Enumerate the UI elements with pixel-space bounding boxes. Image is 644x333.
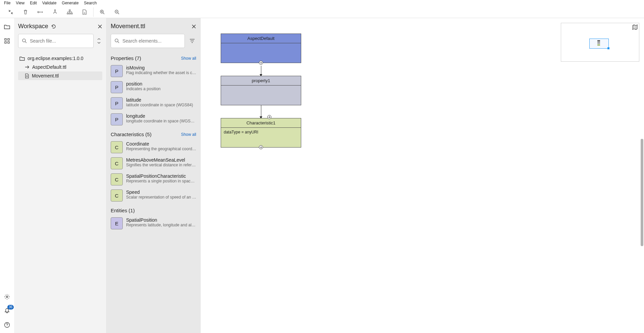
node-body xyxy=(221,43,301,63)
element-desc: Represents latitude, longitude and altit… xyxy=(126,223,196,227)
menu-edit[interactable]: Edit xyxy=(27,0,40,6)
minimap[interactable] xyxy=(561,23,639,62)
menu-file[interactable]: File xyxy=(1,0,13,6)
svg-point-1 xyxy=(42,11,43,12)
workspace-collapse-icon[interactable] xyxy=(96,34,102,48)
svg-point-16 xyxy=(115,39,118,42)
search-icon xyxy=(114,38,120,44)
workspace-search[interactable] xyxy=(18,34,94,48)
node-port-icon[interactable] xyxy=(259,145,263,149)
section-entities-header: Entities (1) xyxy=(111,208,135,213)
rail-apps-icon[interactable] xyxy=(3,37,11,45)
node-body: dataType = anyURI xyxy=(221,128,301,147)
menu-bar: File View Edit Validate Generate Search xyxy=(0,0,644,6)
menu-generate[interactable]: Generate xyxy=(59,0,81,6)
canvas-scrollbar[interactable] xyxy=(640,18,644,333)
toolbar-document-icon[interactable] xyxy=(77,6,92,18)
element-desc: Represents a single position in space wi… xyxy=(126,179,196,183)
element-desc: longitude coordinate in space (WGS84) xyxy=(126,119,196,123)
property-badge-icon: P xyxy=(111,65,123,77)
properties-show-all[interactable]: Show all xyxy=(181,56,196,61)
svg-rect-5 xyxy=(69,13,70,14)
element-name: Speed xyxy=(126,189,196,195)
node-characteristic[interactable]: Characteristic1 dataType = anyURI xyxy=(221,118,301,148)
menu-validate[interactable]: Validate xyxy=(40,0,59,6)
main-area: 36 Workspace xyxy=(0,18,644,333)
workspace-tree: org.eclipse.examples:1.0.0 AspectDefault… xyxy=(18,54,102,80)
element-name: SpatialPosition xyxy=(126,217,196,223)
svg-rect-2 xyxy=(55,9,56,10)
element-item[interactable]: P positionIndicates a position xyxy=(111,79,196,95)
workspace-search-input[interactable] xyxy=(30,38,90,44)
toolbar-zoom-out-icon[interactable] xyxy=(110,6,124,18)
toolbar-zoom-in-icon[interactable] xyxy=(95,6,110,18)
svg-rect-6 xyxy=(71,13,72,14)
elements-title: Movement.ttl xyxy=(111,23,145,30)
element-name: latitude xyxy=(126,97,193,103)
folder-icon xyxy=(19,56,25,61)
map-icon[interactable] xyxy=(632,24,638,30)
element-name: position xyxy=(126,81,161,87)
node-title: AspectDefault xyxy=(221,34,301,43)
node-port-icon[interactable] xyxy=(267,115,271,119)
menu-view[interactable]: View xyxy=(13,0,27,6)
workspace-title: Workspace xyxy=(18,23,56,30)
characteristic-badge-icon: C xyxy=(111,189,123,202)
node-port-icon[interactable] xyxy=(259,61,263,65)
rail-settings-icon[interactable] xyxy=(3,293,11,301)
element-item[interactable]: P longitudelongitude coordinate in space… xyxy=(111,111,196,127)
left-rail: 36 xyxy=(0,18,14,333)
element-item[interactable]: C SpeedScalar representation of speed of… xyxy=(111,187,196,204)
element-desc: Representing the geographical coordinate xyxy=(126,147,196,151)
toolbar-collapse-icon[interactable] xyxy=(3,6,18,18)
toolbar-branch-icon[interactable] xyxy=(48,6,62,18)
elements-search[interactable] xyxy=(111,34,185,48)
element-desc: Indicates a position xyxy=(126,87,161,91)
property-badge-icon: P xyxy=(111,97,123,109)
workspace-refresh-icon[interactable] xyxy=(51,24,56,29)
toolbar xyxy=(0,6,644,18)
arrow-right-icon xyxy=(25,65,30,69)
node-title: Characteristic1 xyxy=(221,118,301,128)
node-aspect[interactable]: AspectDefault xyxy=(221,34,301,63)
workspace-close-icon[interactable] xyxy=(98,24,102,29)
characteristics-show-all[interactable]: Show all xyxy=(181,132,196,137)
characteristic-badge-icon: C xyxy=(111,141,123,153)
tree-file-aspectdefault[interactable]: AspectDefault.ttl xyxy=(18,63,102,71)
element-name: SpatialPositionCharacteristic xyxy=(126,173,196,179)
tree-project[interactable]: org.eclipse.examples:1.0.0 xyxy=(18,54,102,63)
elements-filter-icon[interactable] xyxy=(188,37,196,45)
element-item[interactable]: C CoordinateRepresenting the geographica… xyxy=(111,139,196,155)
svg-rect-4 xyxy=(67,13,68,14)
toolbar-hierarchy-icon[interactable] xyxy=(62,6,77,18)
menu-search[interactable]: Search xyxy=(81,0,99,6)
elements-panel: Movement.ttl Properties (7) Show all P i… xyxy=(107,18,201,333)
element-item[interactable]: C MetresAboveMeanSeaLevelSignifies the v… xyxy=(111,155,196,171)
element-desc: Signifies the vertical distance in refer… xyxy=(126,163,196,167)
file-icon xyxy=(25,73,29,78)
node-property[interactable]: property1 xyxy=(221,76,301,105)
rail-folder-icon[interactable] xyxy=(3,23,11,31)
elements-close-icon[interactable] xyxy=(192,24,196,29)
rail-help-icon[interactable] xyxy=(3,321,11,329)
element-item[interactable]: E SpatialPositionRepresents latitude, lo… xyxy=(111,215,196,231)
element-name: isMoving xyxy=(126,65,196,70)
toolbar-connect-icon[interactable] xyxy=(33,6,48,18)
element-item[interactable]: C SpatialPositionCharacteristicRepresent… xyxy=(111,171,196,187)
characteristic-badge-icon: C xyxy=(111,173,123,185)
tree-file-movement[interactable]: Movement.ttl xyxy=(18,71,102,80)
element-item[interactable]: P latitudelatitude coordinate in space (… xyxy=(111,95,196,111)
element-item[interactable]: P isMovingFlag indicating whether the as… xyxy=(111,63,196,79)
toolbar-delete-icon[interactable] xyxy=(18,6,33,18)
section-properties-header: Properties (7) xyxy=(111,55,141,61)
elements-search-input[interactable] xyxy=(122,38,181,44)
diagram-canvas[interactable]: AspectDefault property1 Characteristic1 … xyxy=(201,18,644,333)
element-desc: Flag indicating whether the asset is cur… xyxy=(126,70,196,75)
svg-rect-3 xyxy=(69,10,70,11)
svg-point-0 xyxy=(38,11,39,13)
rail-notifications-icon[interactable]: 36 xyxy=(3,307,11,315)
svg-rect-9 xyxy=(5,39,6,40)
element-name: longitude xyxy=(126,113,196,119)
svg-point-15 xyxy=(22,39,25,42)
svg-rect-12 xyxy=(8,42,9,43)
